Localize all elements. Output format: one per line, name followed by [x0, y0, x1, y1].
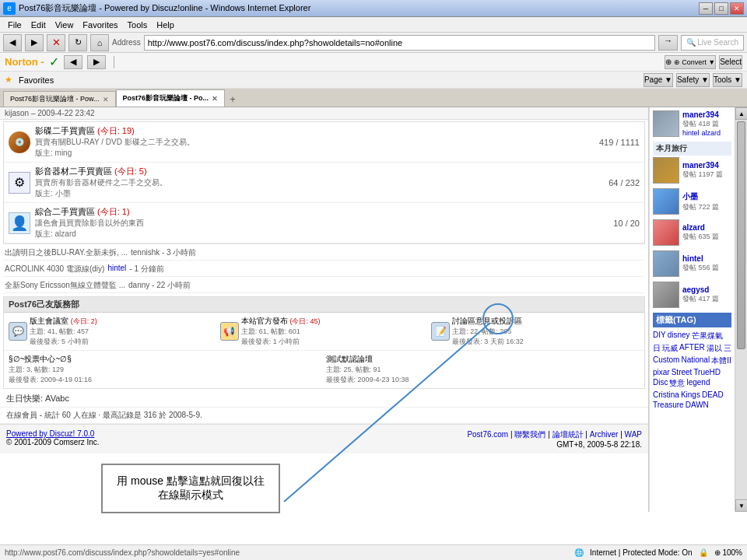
refresh-button[interactable]: ↻ — [68, 34, 87, 51]
service-title-5[interactable]: 測試默認論壇 — [326, 354, 640, 365]
tag-sun[interactable]: 日 — [653, 343, 661, 354]
search-box[interactable]: 🔍 Live Search — [681, 35, 744, 51]
stop-button[interactable]: ✕ — [47, 34, 65, 51]
tag-Treasure[interactable]: Treasure — [653, 401, 684, 409]
tag-manggas[interactable]: 芒果煤氣 — [692, 331, 723, 341]
tags-list: DIY disney 芒果煤氣 日 玩威 AFTER 湯以 三 Custom N… — [653, 331, 731, 409]
safety-button[interactable]: Safety ▼ — [676, 73, 710, 87]
footer-link-2[interactable]: 論壇統計 — [552, 430, 584, 439]
service-title-2[interactable]: 本站官方發布 (今日: 45) — [241, 316, 321, 327]
maximize-button[interactable]: □ — [714, 2, 728, 15]
tag-National[interactable]: National — [681, 355, 710, 366]
recent-user-5: hintel 發帖 556 篇 — [653, 250, 731, 277]
tag-DEAD[interactable]: DEAD — [702, 390, 724, 399]
main-panel[interactable]: kijason – 2009-4-22 23:42 💿 影碟二手買賣區 (今日:… — [0, 107, 649, 512]
service-item-5[interactable]: 測試默認論壇 主題: 25, 帖數: 91 最後發表: 2009-4-23 10… — [326, 354, 640, 385]
forum-misc-title[interactable]: 綜合二手買賣區 (今日: 1) — [35, 206, 588, 218]
forum-row-misc[interactable]: 👤 綜合二手買賣區 (今日: 1) 讓色會員買賣除影音以外的東西 版主: alz… — [4, 203, 644, 243]
tab-1[interactable]: Post76影音玩樂論壇 - Pow... ✕ — [3, 91, 116, 107]
menu-favorites[interactable]: Favorites — [78, 19, 122, 31]
service-title-4[interactable]: §∅~投票中心~∅§ — [9, 354, 323, 365]
tab-1-close-button[interactable]: ✕ — [103, 96, 109, 103]
page-button[interactable]: Page ▼ — [644, 73, 673, 87]
service-item-1[interactable]: 💬 版主會議室 (今日: 2) 主題: 41, 帖數: 457 最後發表: 5 … — [9, 316, 217, 347]
forum-equip-title[interactable]: 影音器材二手買賣區 (今日: 5) — [35, 166, 588, 177]
recent-user-4-info: alzard 發帖 635 篇 — [682, 223, 719, 242]
recent-active-section: maner394 發帖 418 篇 hintel alzard 本月旅行 man… — [653, 110, 731, 308]
recent-user-4-name[interactable]: alzard — [682, 223, 719, 232]
favorites-label[interactable]: Favorites — [19, 75, 54, 85]
forum-row-disc[interactable]: 💿 影碟二手買賣區 (今日: 19) 買賣有關BLU-RAY / DVD 影碟之… — [4, 122, 644, 163]
footer-link-4[interactable]: WAP — [625, 430, 642, 439]
norton-forward-button[interactable]: ▶ — [87, 55, 106, 69]
forum-row-equipment[interactable]: ⚙ 影音器材二手買賣區 (今日: 5) 買賣所有影音器材硬件之二手之交易。 版主… — [4, 163, 644, 203]
forum-disc-icon: 💿 — [9, 131, 30, 153]
tag-Disc[interactable]: Disc — [653, 378, 668, 389]
tab-2-close-button[interactable]: ✕ — [212, 95, 218, 103]
tag-disney[interactable]: disney — [668, 331, 690, 341]
tag-three[interactable]: 三 — [724, 343, 731, 354]
menu-view[interactable]: View — [51, 19, 79, 31]
tab-2[interactable]: Post76影音玩樂論壇 - Po... ✕ — [116, 89, 226, 107]
tag-shuangyi[interactable]: 雙意 — [669, 378, 685, 389]
menu-tools[interactable]: Tools — [123, 19, 153, 31]
tag-AFTER[interactable]: AFTER — [679, 343, 705, 354]
tag-benti2[interactable]: 本體II — [711, 355, 731, 366]
service-title-1[interactable]: 版主會議室 (今日: 2) — [30, 316, 97, 327]
tag-legend[interactable]: legend — [686, 378, 710, 389]
tag-Street[interactable]: Street — [672, 368, 693, 376]
back-button[interactable]: ◀ — [3, 34, 22, 51]
go-button[interactable]: → — [658, 35, 678, 51]
forum-equip-desc: 買賣所有影音器材硬件之二手之交易。 — [35, 177, 588, 188]
close-button[interactable]: ✕ — [730, 2, 744, 15]
service-item-2[interactable]: 📢 本站官方發布 (今日: 45) 主題: 61, 帖數: 601 最後發表: … — [220, 316, 429, 347]
convert-button[interactable]: ⊕ ⊕ Convert ▼ — [665, 55, 716, 69]
tag-TrueHD[interactable]: TrueHD — [693, 368, 721, 376]
link-alzard[interactable]: alzard — [702, 129, 721, 137]
favorites-bar: ★ Favorites Page ▼ Safety ▼ Tools ▼ — [0, 72, 747, 89]
address-input[interactable] — [144, 35, 656, 51]
service-item-3[interactable]: 📝 討論區意見或投訴區 主題: 22, 帖數: 205 最後發表: 3 天前 1… — [431, 316, 640, 347]
footer-link-3[interactable]: Archiver — [590, 430, 619, 439]
tag-Kings[interactable]: Kings — [681, 390, 700, 399]
service-item-4[interactable]: §∅~投票中心~∅§ 主題: 3, 帖數: 129 最後發表: 2009-4-1… — [9, 354, 323, 385]
ie-toolbar-right: Page ▼ Safety ▼ Tools ▼ — [644, 73, 742, 87]
recent-user-6-name[interactable]: aegysd — [682, 285, 719, 294]
select-button[interactable]: Select — [719, 55, 742, 69]
norton-back-button[interactable]: ◀ — [64, 55, 82, 69]
tag-wanwei[interactable]: 玩威 — [662, 343, 678, 354]
tag-pixar[interactable]: pixar — [653, 368, 670, 376]
recent-user-1-name[interactable]: maner394 — [682, 110, 721, 119]
menu-help[interactable]: Help — [152, 19, 179, 31]
menu-edit[interactable]: Edit — [26, 19, 51, 31]
service-last-2: 最後發表: 1 小時前 — [241, 337, 321, 347]
footer-link-1[interactable]: 聯繫我們 — [514, 430, 545, 439]
scroll-thumb[interactable] — [737, 121, 745, 349]
link-hintel[interactable]: hintel — [682, 129, 700, 137]
footer-copyright: © 2001-2009 Comserz Inc. — [6, 438, 100, 446]
forum-disc-info: 影碟二手買賣區 (今日: 19) 買賣有關BLU-RAY / DVD 影碟之二手… — [35, 125, 588, 159]
recent-user-2-name[interactable]: maner394 — [682, 161, 723, 170]
forward-button[interactable]: ▶ — [25, 34, 44, 51]
tag-DIY[interactable]: DIY — [653, 331, 666, 341]
menu-file[interactable]: File — [3, 19, 26, 31]
tab-2-label: Post76影音玩樂論壇 - Po... — [123, 93, 209, 103]
minimize-button[interactable]: ─ — [699, 2, 713, 15]
recent-user-3-name[interactable]: 小墨 — [682, 191, 719, 202]
tag-Custom[interactable]: Custom — [653, 355, 679, 366]
tag-DAWN[interactable]: DAWN — [686, 401, 709, 409]
new-tab-button[interactable]: + — [225, 91, 240, 107]
scroll-up-button[interactable]: ▲ — [735, 107, 747, 120]
scroll-down-button[interactable]: ▼ — [735, 499, 747, 512]
tag-tangyi[interactable]: 湯以 — [707, 343, 722, 354]
main-scrollbar[interactable]: ▲ ▼ — [735, 107, 747, 512]
circle-indicator[interactable] — [482, 303, 514, 334]
forum-disc-title[interactable]: 影碟二手買賣區 (今日: 19) — [35, 125, 588, 137]
recent-post-preview: kijason – 2009-4-22 23:42 — [5, 109, 95, 117]
home-button[interactable]: ⌂ — [90, 34, 109, 51]
recent-user-3: 小墨 發帖 722 篇 — [653, 188, 731, 215]
monthly-travel-header: 本月旅行 — [653, 142, 731, 156]
tag-Cristina[interactable]: Cristina — [653, 390, 679, 399]
recent-user-5-name[interactable]: hintel — [682, 254, 719, 263]
tools-button[interactable]: Tools ▼ — [713, 73, 742, 87]
